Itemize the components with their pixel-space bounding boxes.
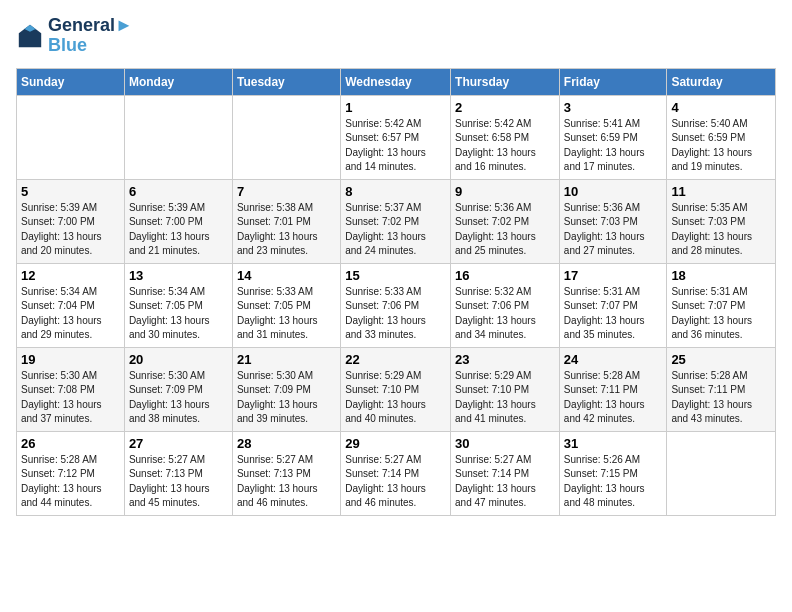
calendar-cell: 18Sunrise: 5:31 AMSunset: 7:07 PMDayligh… (667, 263, 776, 347)
logo-text: General► Blue (48, 16, 133, 56)
day-info: Sunrise: 5:35 AMSunset: 7:03 PMDaylight:… (671, 201, 771, 259)
calendar-cell: 19Sunrise: 5:30 AMSunset: 7:08 PMDayligh… (17, 347, 125, 431)
calendar-cell: 10Sunrise: 5:36 AMSunset: 7:03 PMDayligh… (559, 179, 667, 263)
day-info: Sunrise: 5:30 AMSunset: 7:08 PMDaylight:… (21, 369, 120, 427)
calendar-cell: 13Sunrise: 5:34 AMSunset: 7:05 PMDayligh… (124, 263, 232, 347)
day-info: Sunrise: 5:28 AMSunset: 7:12 PMDaylight:… (21, 453, 120, 511)
day-info: Sunrise: 5:39 AMSunset: 7:00 PMDaylight:… (21, 201, 120, 259)
logo-icon (16, 22, 44, 50)
calendar-cell: 12Sunrise: 5:34 AMSunset: 7:04 PMDayligh… (17, 263, 125, 347)
day-number: 21 (237, 352, 336, 367)
calendar-cell: 16Sunrise: 5:32 AMSunset: 7:06 PMDayligh… (451, 263, 560, 347)
day-info: Sunrise: 5:29 AMSunset: 7:10 PMDaylight:… (455, 369, 555, 427)
day-info: Sunrise: 5:28 AMSunset: 7:11 PMDaylight:… (564, 369, 663, 427)
day-number: 22 (345, 352, 446, 367)
day-number: 24 (564, 352, 663, 367)
weekday-header-sunday: Sunday (17, 68, 125, 95)
day-info: Sunrise: 5:33 AMSunset: 7:06 PMDaylight:… (345, 285, 446, 343)
day-number: 18 (671, 268, 771, 283)
calendar-cell: 28Sunrise: 5:27 AMSunset: 7:13 PMDayligh… (232, 431, 340, 515)
calendar-cell: 27Sunrise: 5:27 AMSunset: 7:13 PMDayligh… (124, 431, 232, 515)
day-number: 29 (345, 436, 446, 451)
calendar-cell: 24Sunrise: 5:28 AMSunset: 7:11 PMDayligh… (559, 347, 667, 431)
day-info: Sunrise: 5:42 AMSunset: 6:58 PMDaylight:… (455, 117, 555, 175)
calendar-cell: 6Sunrise: 5:39 AMSunset: 7:00 PMDaylight… (124, 179, 232, 263)
day-info: Sunrise: 5:27 AMSunset: 7:14 PMDaylight:… (455, 453, 555, 511)
calendar-cell (17, 95, 125, 179)
calendar-cell: 26Sunrise: 5:28 AMSunset: 7:12 PMDayligh… (17, 431, 125, 515)
day-info: Sunrise: 5:31 AMSunset: 7:07 PMDaylight:… (564, 285, 663, 343)
calendar-cell: 21Sunrise: 5:30 AMSunset: 7:09 PMDayligh… (232, 347, 340, 431)
calendar-cell: 14Sunrise: 5:33 AMSunset: 7:05 PMDayligh… (232, 263, 340, 347)
day-number: 13 (129, 268, 228, 283)
day-info: Sunrise: 5:40 AMSunset: 6:59 PMDaylight:… (671, 117, 771, 175)
calendar-cell: 20Sunrise: 5:30 AMSunset: 7:09 PMDayligh… (124, 347, 232, 431)
day-info: Sunrise: 5:37 AMSunset: 7:02 PMDaylight:… (345, 201, 446, 259)
logo: General► Blue (16, 16, 133, 56)
day-number: 11 (671, 184, 771, 199)
weekday-header-monday: Monday (124, 68, 232, 95)
day-info: Sunrise: 5:34 AMSunset: 7:05 PMDaylight:… (129, 285, 228, 343)
day-number: 20 (129, 352, 228, 367)
weekday-header-friday: Friday (559, 68, 667, 95)
page-header: General► Blue (16, 16, 776, 56)
day-number: 17 (564, 268, 663, 283)
calendar-cell: 3Sunrise: 5:41 AMSunset: 6:59 PMDaylight… (559, 95, 667, 179)
calendar-cell: 1Sunrise: 5:42 AMSunset: 6:57 PMDaylight… (341, 95, 451, 179)
day-info: Sunrise: 5:27 AMSunset: 7:13 PMDaylight:… (129, 453, 228, 511)
day-info: Sunrise: 5:36 AMSunset: 7:03 PMDaylight:… (564, 201, 663, 259)
calendar-cell: 29Sunrise: 5:27 AMSunset: 7:14 PMDayligh… (341, 431, 451, 515)
day-number: 16 (455, 268, 555, 283)
day-info: Sunrise: 5:30 AMSunset: 7:09 PMDaylight:… (237, 369, 336, 427)
day-info: Sunrise: 5:29 AMSunset: 7:10 PMDaylight:… (345, 369, 446, 427)
calendar-cell: 8Sunrise: 5:37 AMSunset: 7:02 PMDaylight… (341, 179, 451, 263)
calendar-cell: 4Sunrise: 5:40 AMSunset: 6:59 PMDaylight… (667, 95, 776, 179)
day-number: 30 (455, 436, 555, 451)
day-info: Sunrise: 5:36 AMSunset: 7:02 PMDaylight:… (455, 201, 555, 259)
day-number: 15 (345, 268, 446, 283)
day-number: 6 (129, 184, 228, 199)
calendar-cell (124, 95, 232, 179)
day-number: 25 (671, 352, 771, 367)
day-number: 19 (21, 352, 120, 367)
day-info: Sunrise: 5:38 AMSunset: 7:01 PMDaylight:… (237, 201, 336, 259)
calendar-cell: 23Sunrise: 5:29 AMSunset: 7:10 PMDayligh… (451, 347, 560, 431)
day-number: 12 (21, 268, 120, 283)
calendar-cell: 31Sunrise: 5:26 AMSunset: 7:15 PMDayligh… (559, 431, 667, 515)
day-number: 10 (564, 184, 663, 199)
calendar-table: SundayMondayTuesdayWednesdayThursdayFrid… (16, 68, 776, 516)
day-number: 1 (345, 100, 446, 115)
calendar-cell: 22Sunrise: 5:29 AMSunset: 7:10 PMDayligh… (341, 347, 451, 431)
weekday-header-tuesday: Tuesday (232, 68, 340, 95)
calendar-cell: 2Sunrise: 5:42 AMSunset: 6:58 PMDaylight… (451, 95, 560, 179)
calendar-cell (667, 431, 776, 515)
day-number: 7 (237, 184, 336, 199)
day-number: 23 (455, 352, 555, 367)
calendar-cell: 17Sunrise: 5:31 AMSunset: 7:07 PMDayligh… (559, 263, 667, 347)
day-info: Sunrise: 5:41 AMSunset: 6:59 PMDaylight:… (564, 117, 663, 175)
day-number: 4 (671, 100, 771, 115)
day-info: Sunrise: 5:30 AMSunset: 7:09 PMDaylight:… (129, 369, 228, 427)
calendar-cell: 30Sunrise: 5:27 AMSunset: 7:14 PMDayligh… (451, 431, 560, 515)
day-info: Sunrise: 5:32 AMSunset: 7:06 PMDaylight:… (455, 285, 555, 343)
day-number: 31 (564, 436, 663, 451)
day-info: Sunrise: 5:27 AMSunset: 7:14 PMDaylight:… (345, 453, 446, 511)
calendar-cell: 9Sunrise: 5:36 AMSunset: 7:02 PMDaylight… (451, 179, 560, 263)
calendar-cell (232, 95, 340, 179)
calendar-cell: 11Sunrise: 5:35 AMSunset: 7:03 PMDayligh… (667, 179, 776, 263)
calendar-cell: 7Sunrise: 5:38 AMSunset: 7:01 PMDaylight… (232, 179, 340, 263)
calendar-cell: 15Sunrise: 5:33 AMSunset: 7:06 PMDayligh… (341, 263, 451, 347)
day-number: 9 (455, 184, 555, 199)
day-info: Sunrise: 5:39 AMSunset: 7:00 PMDaylight:… (129, 201, 228, 259)
day-info: Sunrise: 5:28 AMSunset: 7:11 PMDaylight:… (671, 369, 771, 427)
day-number: 3 (564, 100, 663, 115)
day-info: Sunrise: 5:34 AMSunset: 7:04 PMDaylight:… (21, 285, 120, 343)
calendar-cell: 25Sunrise: 5:28 AMSunset: 7:11 PMDayligh… (667, 347, 776, 431)
calendar-cell: 5Sunrise: 5:39 AMSunset: 7:00 PMDaylight… (17, 179, 125, 263)
day-number: 8 (345, 184, 446, 199)
day-info: Sunrise: 5:26 AMSunset: 7:15 PMDaylight:… (564, 453, 663, 511)
day-number: 28 (237, 436, 336, 451)
weekday-header-thursday: Thursday (451, 68, 560, 95)
weekday-header-wednesday: Wednesday (341, 68, 451, 95)
day-number: 5 (21, 184, 120, 199)
